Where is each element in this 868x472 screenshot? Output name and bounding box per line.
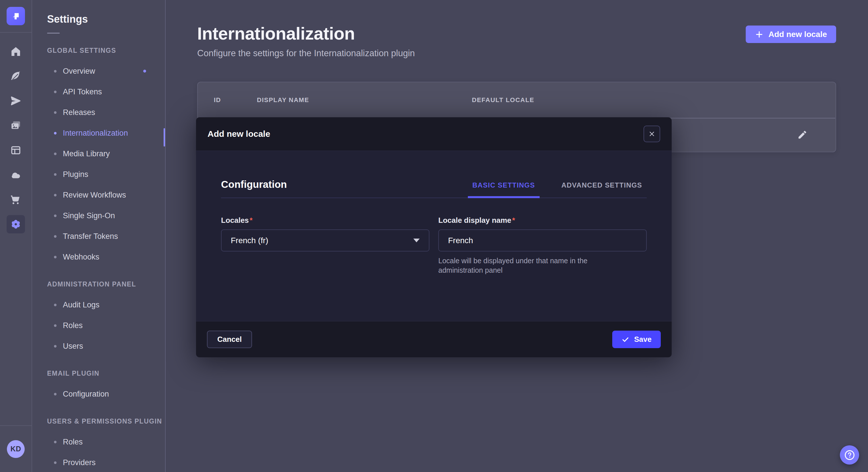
column-header-id: ID (214, 96, 257, 104)
sidebar-item-audit-logs[interactable]: Audit Logs (47, 295, 165, 315)
pencil-icon (797, 129, 808, 140)
sidebar-item-label: Audit Logs (63, 301, 100, 309)
sidebar-item-transfer-tokens[interactable]: Transfer Tokens (47, 226, 165, 247)
required-asterisk: * (512, 216, 515, 225)
marketplace-cart-icon[interactable] (7, 191, 25, 209)
bullet-icon (54, 91, 57, 93)
sidebar-item-releases[interactable]: Releases (47, 102, 165, 123)
sidebar-item-label: Roles (63, 321, 83, 330)
sidebar-item-overview[interactable]: Overview (47, 61, 165, 81)
sidebar-item-users[interactable]: Users (47, 336, 165, 357)
subnav-sections: GLOBAL SETTINGSOverviewAPI TokensRelease… (47, 47, 165, 472)
content-manager-icon[interactable] (7, 67, 25, 86)
sidebar-item-label: Plugins (63, 170, 88, 179)
sidebar-item-label: Roles (63, 438, 83, 446)
locales-field: Locales* French (fr) (221, 216, 429, 275)
content-type-builder-icon[interactable] (7, 141, 25, 160)
subnav-title: Settings (47, 13, 165, 25)
sidebar-item-label: Configuration (63, 390, 109, 399)
active-item-indicator (164, 128, 165, 146)
cancel-button[interactable]: Cancel (207, 331, 252, 348)
deploy-icon[interactable] (7, 92, 25, 110)
sidebar-item-configuration[interactable]: Configuration (47, 384, 165, 404)
save-label: Save (634, 335, 652, 344)
modal-close-button[interactable] (644, 126, 660, 142)
bullet-icon (54, 345, 57, 347)
tab-basic-settings[interactable]: BASIC SETTINGS (468, 181, 539, 198)
display-name-label: Locale display name* (438, 216, 515, 225)
sidebar-item-webhooks[interactable]: Webhooks (47, 247, 165, 267)
display-name-input[interactable] (438, 229, 647, 251)
media-library-icon[interactable] (7, 116, 25, 135)
sidebar-section-label: GLOBAL SETTINGS (47, 47, 165, 55)
sidebar-item-internationalization[interactable]: Internationalization (47, 123, 165, 143)
bullet-icon (54, 111, 57, 114)
locales-select-value: French (fr) (231, 236, 268, 245)
page-subtitle: Configure the settings for the Internati… (197, 48, 415, 59)
cloud-icon[interactable] (7, 166, 25, 184)
notification-dot (143, 70, 146, 72)
display-name-hint: Locale will be displayed under that name… (438, 256, 622, 275)
required-asterisk: * (250, 216, 253, 225)
locale-form: Locales* French (fr) Locale display name… (221, 216, 647, 275)
sidebar-item-label: Webhooks (63, 252, 99, 262)
table-header-row: IDDISPLAY NAMEDEFAULT LOCALE (198, 82, 836, 118)
settings-tabs: BASIC SETTINGSADVANCED SETTINGS (468, 181, 647, 198)
display-name-field: Locale display name* Locale will be disp… (438, 216, 647, 275)
chevron-down-icon (413, 239, 420, 242)
bullet-icon (54, 304, 57, 306)
bullet-icon (54, 153, 57, 155)
add-locale-modal: Add new locale Configuration BASIC SETTI… (196, 117, 672, 357)
tab-advanced-settings[interactable]: ADVANCED SETTINGS (557, 181, 647, 198)
rail-bottom: KD (0, 425, 32, 472)
sidebar-item-label: Transfer Tokens (63, 232, 118, 241)
strapi-logo-icon[interactable] (7, 7, 25, 25)
sidebar-item-label: Providers (63, 458, 96, 467)
bullet-icon (54, 235, 57, 238)
sidebar-item-roles[interactable]: Roles (47, 315, 165, 336)
sidebar-item-api-tokens[interactable]: API Tokens (47, 81, 165, 102)
locales-select[interactable]: French (fr) (221, 229, 429, 251)
sidebar-item-single-sign-on[interactable]: Single Sign-On (47, 205, 165, 226)
help-button[interactable] (840, 445, 859, 465)
page-header: Internationalization Configure the setti… (197, 24, 836, 59)
sidebar-section-label: ADMINISTRATION PANEL (47, 280, 165, 288)
user-avatar[interactable]: KD (7, 440, 25, 458)
sidebar-item-label: Review Workflows (63, 191, 126, 200)
settings-subnav: Settings GLOBAL SETTINGSOverviewAPI Toke… (32, 0, 166, 472)
sidebar-item-label: Overview (63, 67, 95, 76)
icon-rail: KD (0, 0, 32, 472)
modal-header: Add new locale (196, 117, 672, 151)
bullet-icon (54, 214, 57, 217)
bullet-icon (54, 70, 57, 72)
sidebar-item-review-workflows[interactable]: Review Workflows (47, 185, 165, 205)
column-header-display-name: DISPLAY NAME (257, 96, 472, 104)
question-circle-icon (844, 449, 856, 461)
sidebar-section-label: USERS & PERMISSIONS PLUGIN (47, 417, 165, 425)
sidebar-item-plugins[interactable]: Plugins (47, 164, 165, 185)
bullet-icon (54, 256, 57, 258)
sidebar-item-media-library[interactable]: Media Library (47, 143, 165, 164)
configuration-header: Configuration BASIC SETTINGSADVANCED SET… (221, 179, 647, 198)
rail-icon-nav (0, 33, 32, 233)
sidebar-item-roles[interactable]: Roles (47, 432, 165, 452)
sidebar-item-label: Releases (63, 108, 95, 117)
sidebar-item-label: Users (63, 342, 83, 351)
bullet-icon (54, 324, 57, 327)
edit-locale-button[interactable] (797, 129, 808, 141)
close-icon (648, 130, 656, 138)
add-new-locale-button[interactable]: Add new locale (746, 26, 836, 43)
sidebar-section-label: EMAIL PLUGIN (47, 370, 165, 377)
bullet-icon (54, 441, 57, 443)
check-icon (621, 336, 629, 343)
home-icon[interactable] (7, 42, 25, 61)
settings-gear-icon[interactable] (7, 215, 25, 233)
sidebar-item-providers[interactable]: Providers (47, 452, 165, 472)
save-button[interactable]: Save (612, 331, 661, 348)
bullet-icon (54, 393, 57, 396)
locales-label: Locales* (221, 216, 253, 225)
sidebar-item-label: Single Sign-On (63, 211, 115, 220)
modal-title: Add new locale (208, 129, 270, 139)
modal-footer: Cancel Save (196, 321, 672, 357)
configuration-title: Configuration (221, 179, 287, 198)
